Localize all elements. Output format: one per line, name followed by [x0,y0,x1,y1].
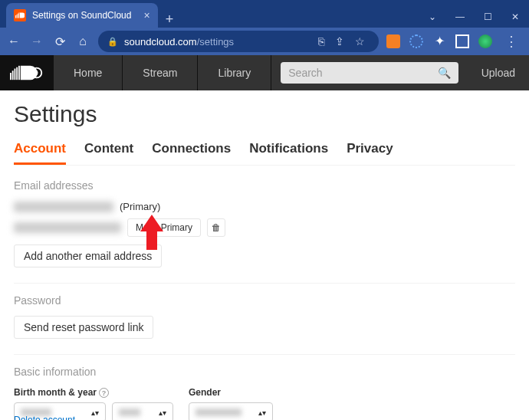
upload-link[interactable]: Upload [468,55,529,90]
password-section-label: Password [14,294,515,307]
extension-icon-3[interactable] [455,34,469,48]
settings-tabs: Account Content Connections Notification… [14,141,515,166]
add-email-button[interactable]: Add another email address [14,244,162,267]
svg-rect-2 [18,14,18,18]
tab-connections[interactable]: Connections [152,141,231,165]
browser-titlebar: Settings on SoundCloud × + ⌄ ― ☐ ✕ [0,0,529,28]
window-close-icon[interactable]: ✕ [501,6,529,28]
soundcloud-favicon [14,9,26,21]
back-icon[interactable]: ← [6,34,21,49]
reload-icon[interactable]: ⟳ [52,34,67,49]
forward-icon[interactable]: → [29,34,44,49]
svg-rect-8 [18,66,20,80]
svg-rect-6 [15,69,16,80]
secondary-email-redacted [14,222,121,233]
lock-icon: 🔒 [107,37,118,47]
chevron-updown-icon: ▴▾ [159,409,166,417]
birth-label: Birth month & year? [14,387,173,398]
url-bar[interactable]: 🔒 soundcloud.com/settings ⎘ ⇪ ☆ [98,31,379,52]
install-app-icon[interactable]: ⎘ [318,35,324,48]
tab-close-icon[interactable]: × [143,9,150,21]
tab-account[interactable]: Account [14,141,66,165]
chevron-updown-icon: ▴▾ [258,409,266,417]
page-title: Settings [14,101,515,127]
divider [14,283,515,284]
url-domain: soundcloud.com [124,36,197,48]
reset-password-button[interactable]: Send reset password link [14,316,153,339]
window-dropdown-icon[interactable]: ⌄ [419,6,446,28]
window-maximize-icon[interactable]: ☐ [474,6,501,28]
email-section-label: Email addresses [14,179,515,192]
window-minimize-icon[interactable]: ― [446,6,474,28]
extension-icon-2[interactable] [409,34,423,48]
soundcloud-logo[interactable] [0,55,54,90]
browser-tab[interactable]: Settings on SoundCloud × [6,3,158,28]
svg-rect-7 [16,67,18,80]
gender-select[interactable]: ▴▾ [189,402,273,420]
browser-menu-icon[interactable]: ⋮ [500,33,523,50]
soundcloud-header: Home Stream Library Search 🔍 Upload [0,55,529,90]
share-icon[interactable]: ⇪ [335,35,344,48]
extensions-icon[interactable]: ✦ [432,34,446,48]
svg-rect-5 [12,71,14,80]
gender-label: Gender [189,387,273,398]
primary-email-redacted [14,202,113,212]
bookmark-icon[interactable]: ☆ [355,35,365,48]
nav-stream[interactable]: Stream [123,55,198,90]
nav-library[interactable]: Library [198,55,271,90]
svg-rect-0 [15,15,16,18]
svg-rect-1 [17,15,18,18]
delete-account-link[interactable]: Delete account [14,415,75,420]
new-tab-button[interactable]: + [158,11,182,28]
primary-suffix: (Primary) [120,201,160,212]
extension-icon-1[interactable] [386,34,400,48]
search-placeholder: Search [288,67,322,79]
help-icon[interactable]: ? [99,388,109,398]
make-primary-button[interactable]: Make Primary [127,218,201,237]
chevron-updown-icon: ▴▾ [91,409,99,417]
svg-rect-3 [19,12,20,18]
tab-notifications[interactable]: Notifications [249,141,328,165]
tab-privacy[interactable]: Privacy [347,141,393,165]
nav-home[interactable]: Home [54,55,123,90]
home-icon[interactable]: ⌂ [75,34,90,49]
tab-title: Settings on SoundCloud [32,10,131,21]
divider [14,354,515,355]
basic-info-label: Basic information [14,366,515,378]
profile-avatar-icon[interactable] [478,34,492,48]
delete-email-icon[interactable]: 🗑 [207,218,225,237]
browser-toolbar: ← → ⟳ ⌂ 🔒 soundcloud.com/settings ⎘ ⇪ ☆ … [0,28,529,55]
birth-year-select[interactable]: ▴▾ [112,402,173,420]
search-input[interactable]: Search 🔍 [281,62,458,84]
tab-content[interactable]: Content [84,141,133,165]
svg-rect-4 [10,73,12,80]
search-icon[interactable]: 🔍 [438,67,451,79]
url-path: /settings [197,36,234,48]
